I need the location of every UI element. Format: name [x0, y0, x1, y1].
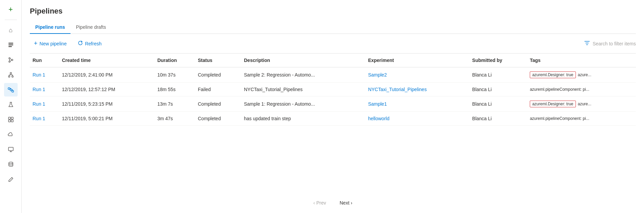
tag-extra-1: azureml.pipelineComponent: pi...	[530, 87, 589, 92]
svg-rect-10	[8, 76, 10, 77]
table-row: Run 1 12/12/2019, 2:41:00 PM 10m 37s Com…	[30, 67, 636, 83]
notes-icon[interactable]	[4, 38, 18, 52]
svg-rect-2	[8, 46, 12, 47]
col-status: Status	[195, 54, 241, 67]
cell-tags-0: azureml.Designer: true azure...	[527, 67, 636, 83]
table-row: Run 1 12/12/2019, 12:57:12 PM 18m 55s Fa…	[30, 83, 636, 97]
home-icon[interactable]: ⌂	[4, 23, 18, 37]
cell-run-0: Run 1	[30, 67, 59, 83]
cell-tags-2: azureml.Designer: true azure...	[527, 97, 636, 112]
cell-duration-0: 10m 37s	[155, 67, 195, 83]
tag-extra-2: azure...	[578, 102, 591, 106]
svg-rect-27	[8, 147, 13, 151]
pagination: ‹ Prev Next ›	[30, 193, 636, 213]
pipeline-runs-table: Run Created time Duration Status Descrip…	[30, 54, 636, 126]
svg-rect-23	[8, 117, 11, 119]
main-content: Pipelines Pipeline runs Pipeline drafts …	[22, 0, 644, 213]
tab-pipeline-drafts[interactable]: Pipeline drafts	[71, 21, 112, 34]
svg-rect-16	[8, 88, 10, 89]
table-container: Run Created time Duration Status Descrip…	[30, 54, 636, 193]
col-experiment: Experiment	[365, 54, 469, 67]
cell-status-1: Failed	[195, 83, 241, 97]
filter-icon	[584, 40, 590, 47]
tab-pipeline-runs[interactable]: Pipeline runs	[30, 21, 71, 34]
run-link-3[interactable]: Run 1	[33, 116, 45, 121]
branch-icon[interactable]	[4, 53, 18, 67]
col-run: Run	[30, 54, 59, 67]
cell-run-1: Run 1	[30, 83, 59, 97]
experiment-link-0[interactable]: Sample2	[368, 72, 387, 78]
svg-rect-1	[8, 44, 13, 45]
hierarchy-icon[interactable]	[4, 68, 18, 82]
experiment-link-2[interactable]: Sample1	[368, 101, 387, 107]
database-icon[interactable]	[4, 157, 18, 171]
run-link-1[interactable]: Run 1	[33, 87, 45, 92]
cell-description-0: Sample 2: Regression - Automo...	[241, 67, 365, 83]
prev-button[interactable]: ‹ Prev	[308, 198, 331, 208]
tag-badge-0: azureml.Designer: true	[530, 71, 576, 78]
next-label: Next	[340, 200, 349, 206]
tabs-bar: Pipeline runs Pipeline drafts	[30, 21, 636, 34]
cell-description-3: has updated train step	[241, 112, 365, 126]
cell-experiment-0: Sample2	[365, 67, 469, 83]
svg-rect-9	[10, 72, 12, 74]
cell-submitted-2: Blanca Li	[469, 97, 527, 112]
new-pipeline-button[interactable]: + New pipeline	[30, 38, 71, 49]
cell-duration-3: 3m 47s	[155, 112, 195, 126]
search-filter[interactable]: Search to filter items	[584, 40, 636, 47]
cell-description-1: NYCTaxi_Tutorial_Pipelines	[241, 83, 365, 97]
edit-icon[interactable]	[4, 172, 18, 186]
flask-icon[interactable]	[4, 98, 18, 111]
cell-run-3: Run 1	[30, 112, 59, 126]
add-button[interactable]: +	[4, 3, 18, 16]
page-title: Pipelines	[30, 7, 636, 16]
cloud-icon[interactable]	[4, 128, 18, 141]
cell-run-2: Run 1	[30, 97, 59, 112]
monitor-icon[interactable]	[4, 143, 18, 156]
refresh-button[interactable]: Refresh	[74, 38, 106, 49]
run-link-2[interactable]: Run 1	[33, 101, 45, 107]
svg-rect-24	[11, 117, 13, 119]
svg-point-30	[9, 162, 13, 164]
tag-extra-0: azure...	[578, 72, 591, 77]
chevron-right-icon: ›	[351, 200, 353, 206]
cell-submitted-3: Blanca Li	[469, 112, 527, 126]
svg-rect-26	[11, 120, 13, 122]
chevron-left-icon: ‹	[314, 200, 315, 206]
col-duration: Duration	[155, 54, 195, 67]
table-header-row: Run Created time Duration Status Descrip…	[30, 54, 636, 67]
experiment-link-3[interactable]: helloworld	[368, 116, 389, 121]
sidebar: + ⌂	[0, 0, 22, 213]
new-pipeline-label: New pipeline	[40, 41, 67, 46]
svg-point-4	[9, 61, 10, 62]
svg-rect-25	[8, 120, 11, 122]
svg-line-8	[10, 60, 12, 61]
svg-rect-18	[12, 90, 14, 92]
table-row: Run 1 12/11/2019, 5:23:15 PM 13m 7s Comp…	[30, 97, 636, 112]
search-filter-placeholder: Search to filter items	[592, 41, 636, 46]
experiment-link-1[interactable]: NYCTaxi_Tutorial_Pipelines	[368, 87, 427, 92]
prev-label: Prev	[316, 200, 326, 206]
cell-status-3: Completed	[195, 112, 241, 126]
tag-extra-3: azureml.pipelineComponent: pi...	[530, 116, 589, 121]
cell-experiment-3: helloworld	[365, 112, 469, 126]
svg-point-5	[12, 59, 13, 61]
cell-experiment-1: NYCTaxi_Tutorial_Pipelines	[365, 83, 469, 97]
cell-created-0: 12/12/2019, 2:41:00 PM	[59, 67, 155, 83]
pipeline-icon[interactable]	[4, 83, 18, 97]
datasets-icon[interactable]	[4, 113, 18, 126]
run-link-0[interactable]: Run 1	[33, 72, 45, 78]
col-tags: Tags	[527, 54, 636, 67]
cell-duration-1: 18m 55s	[155, 83, 195, 97]
tag-badge-2: azureml.Designer: true	[530, 101, 576, 107]
cell-description-2: Sample 1: Regression - Automo...	[241, 97, 365, 112]
refresh-label: Refresh	[85, 41, 102, 46]
next-button[interactable]: Next ›	[334, 198, 358, 208]
cell-submitted-0: Blanca Li	[469, 67, 527, 83]
svg-line-7	[10, 59, 12, 60]
cell-experiment-2: Sample1	[365, 97, 469, 112]
cell-submitted-1: Blanca Li	[469, 83, 527, 97]
cell-tags-1: azureml.pipelineComponent: pi...	[527, 83, 636, 97]
toolbar: + New pipeline Refresh Search to filter …	[30, 34, 636, 54]
col-description: Description	[241, 54, 365, 67]
